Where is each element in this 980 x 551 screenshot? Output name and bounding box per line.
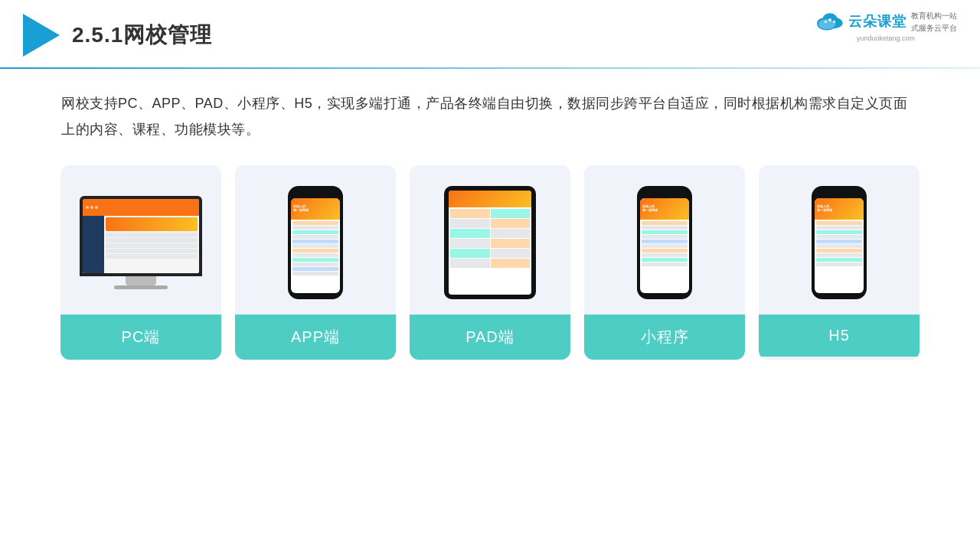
card-app: 职场人的第一堂网课 [235,165,396,360]
phone-notch-app [308,192,323,196]
svg-point-5 [825,21,827,23]
mini-row-7 [642,249,688,253]
mini-row-3 [642,230,688,234]
phone-mockup-app: 职场人的第一堂网课 [288,186,343,299]
pc-row-5 [106,254,198,259]
tablet-block-8 [491,239,531,248]
pc-dot-1 [86,206,89,209]
pc-dot-2 [90,206,93,209]
mini-row-10 [642,262,688,266]
pc-sidebar [83,216,104,273]
h5-row-4 [816,235,862,239]
card-app-label: APP端 [235,315,396,360]
pc-row-4 [106,249,198,253]
h5-row-2 [816,226,862,230]
phone-row-1 [292,221,338,225]
h5-row-1 [816,221,862,225]
phone-row-11 [292,267,338,271]
phone-row-7 [292,249,338,253]
phone-row-10 [292,262,338,266]
phone-row-9 [292,258,338,262]
pc-screen-body [83,216,199,273]
phone-row-2 [292,226,338,230]
svg-point-7 [833,21,835,23]
tablet-block-12 [491,259,531,268]
pc-mockup [76,196,206,289]
phone-mockup-h5: 职场人的第一堂网课 [812,186,867,299]
card-h5: 职场人的第一堂网课 H5 [759,165,920,360]
phone-row-8 [292,253,338,257]
h5-row-8 [816,253,862,257]
phone-screen-h5: 职场人的第一堂网课 [815,198,864,293]
brand-slogan-line2: 式服务云平台 [911,23,957,34]
card-app-image: 职场人的第一堂网课 [235,165,396,315]
tablet-block-3 [450,219,490,228]
brand-url: yunduoketang.com [857,34,915,42]
svg-point-6 [828,18,831,21]
mini-row-2 [642,226,688,230]
mini-row-8 [642,253,688,257]
card-mini: 职场人的第一堂网课 小程 [584,165,745,360]
phone-notch-h5 [831,192,847,196]
mini-row-1 [642,221,688,225]
phone-row-6 [292,244,338,248]
phone-screen-body-mini [640,220,689,268]
phone-row-5 [292,240,338,243]
svg-point-4 [818,19,835,29]
card-pad: PAD端 [410,165,570,360]
tablet-block-5 [450,229,490,238]
brand-name-text: 云朵课堂 [848,12,906,31]
card-pc-label: PC端 [60,315,221,360]
pc-screen-outer [80,196,202,276]
phone-screen-body-app [291,220,340,277]
card-pad-image [410,165,570,315]
pc-stand [126,276,156,285]
card-pc-image [60,165,221,315]
card-h5-image: 职场人的第一堂网课 [759,165,920,315]
phone-mockup-mini: 职场人的第一堂网课 [637,186,692,299]
h5-row-7 [816,249,862,253]
tablet-screen-body [449,207,531,269]
phone-row-12 [292,272,338,276]
tablet-block-6 [491,229,531,238]
pc-rows [106,233,198,259]
phone-row-3 [292,230,338,234]
tablet-block-7 [450,239,490,248]
pc-screen-inner [83,199,199,273]
mini-row-5 [642,240,688,243]
cloud-icon [815,11,845,32]
tablet-block-9 [450,249,490,258]
phone-screen-top-mini: 职场人的第一堂网课 [640,198,689,220]
card-pc: PC端 [60,165,221,360]
description-text: 网校支持PC、APP、PAD、小程序、H5，实现多端打通，产品各终端自由切换，数… [0,69,980,158]
phone-screen-body-h5 [815,220,864,268]
card-h5-label: H5 [759,315,920,357]
logo-triangle-icon [23,14,60,57]
tablet-screen [449,191,531,295]
tablet-block-10 [491,249,531,258]
tablet-mockup [444,186,536,299]
pc-row-2 [106,238,198,243]
tablet-block-4 [491,219,531,228]
mini-row-6 [642,244,688,248]
pc-screen-bar [83,199,199,216]
header: 2.5.1网校管理 云朵课堂 教育机构一站 式服务云平台 yunduoketan… [0,0,980,57]
pc-base [114,285,168,289]
phone-screen-mini: 职场人的第一堂网课 [640,198,689,293]
brand-logo: 云朵课堂 教育机构一站 式服务云平台 yunduoketang.com [815,9,957,42]
card-mini-image: 职场人的第一堂网课 [584,165,745,315]
brand-slogan-line1: 教育机构一站 [911,11,957,21]
phone-screen-top-h5: 职场人的第一堂网课 [815,198,864,220]
card-mini-label: 小程序 [584,315,745,360]
pc-banner [106,217,198,231]
card-pad-label: PAD端 [410,315,570,360]
page-title: 2.5.1网校管理 [72,21,212,50]
pc-main [104,216,199,273]
phone-screen-app: 职场人的第一堂网课 [291,198,340,293]
h5-row-6 [816,244,862,248]
h5-row-3 [816,230,862,234]
pc-dot-3 [95,206,98,209]
tablet-block-11 [450,259,490,268]
phone-screen-top-text-app: 职场人的第一堂网课 [293,205,309,213]
phone-screen-top-app: 职场人的第一堂网课 [291,198,340,220]
